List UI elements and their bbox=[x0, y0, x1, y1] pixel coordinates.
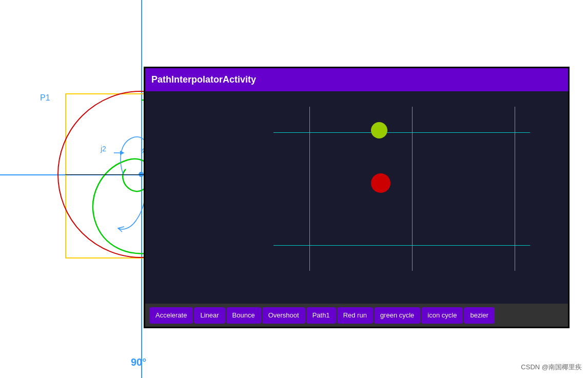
p1-label: P1 bbox=[40, 93, 50, 103]
separator-line bbox=[144, 67, 145, 282]
j2-label: j2 bbox=[101, 145, 106, 153]
grid-line-h2 bbox=[273, 245, 530, 246]
green-dot bbox=[371, 122, 387, 138]
tab-bezier[interactable]: bezier bbox=[464, 307, 494, 324]
content-area bbox=[145, 91, 568, 307]
grid-line-v1 bbox=[309, 107, 310, 271]
tab-accelerate[interactable]: Accelerate bbox=[149, 307, 193, 324]
left-panel bbox=[145, 91, 258, 307]
watermark: CSDN @南国椰里疾 bbox=[521, 363, 582, 372]
red-dot bbox=[371, 173, 390, 193]
device-frame: PathInterpolatorActivity Accelerate Line… bbox=[144, 67, 570, 328]
grid-line-v2 bbox=[412, 107, 413, 271]
title-bar-text: PathInterpolatorActivity bbox=[151, 74, 256, 85]
tab-path1[interactable]: Path1 bbox=[306, 307, 336, 324]
right-panel bbox=[258, 91, 568, 307]
grid-line-v3 bbox=[515, 107, 515, 271]
degree-90-label: 90° bbox=[131, 356, 146, 368]
tab-linear[interactable]: Linear bbox=[194, 307, 225, 324]
grid-line-h1 bbox=[273, 132, 530, 133]
title-bar: PathInterpolatorActivity bbox=[145, 68, 568, 91]
tab-icon-cycle[interactable]: icon cycle bbox=[421, 307, 463, 324]
tab-overshoot[interactable]: Overshoot bbox=[262, 307, 305, 324]
tab-green-cycle[interactable]: green cycle bbox=[374, 307, 420, 324]
tab-bar: Accelerate Linear Bounce Overshoot Path1… bbox=[145, 304, 568, 327]
tab-bounce[interactable]: Bounce bbox=[226, 307, 261, 324]
tab-red-run[interactable]: Red run bbox=[337, 307, 373, 324]
